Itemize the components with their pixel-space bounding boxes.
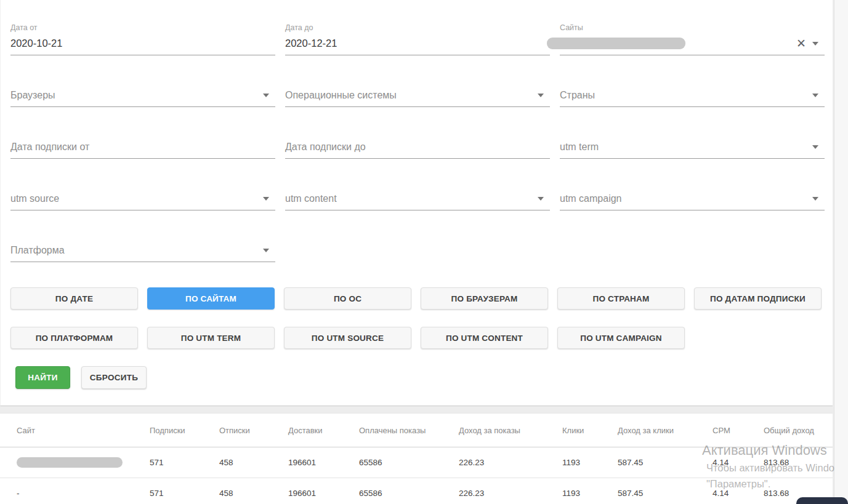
clicks-cell: 1193 [562, 489, 618, 498]
tab-by-date[interactable]: ПО ДАТЕ [10, 287, 138, 310]
deliveries-cell: 196601 [288, 458, 359, 467]
sites-label: Сайты [560, 23, 825, 32]
utm-campaign-placeholder: utm campaign [560, 193, 622, 204]
tab-by-sites[interactable]: ПО САЙТАМ [147, 287, 275, 310]
col-cpm: CPM [713, 426, 764, 435]
table-row[interactable]: 571 458 196601 65586 226.23 1193 587.45 … [0, 447, 833, 478]
os-placeholder: Операционные системы [285, 89, 397, 101]
date-to-value[interactable]: 2020-12-21 [285, 36, 550, 50]
results-table-card: Сайт Подписки Отписки Доставки Оплачены … [0, 413, 833, 504]
subscriptions-cell: 571 [150, 489, 219, 498]
chevron-down-icon[interactable] [812, 94, 818, 97]
page: Дата от 2020-10-21 Дата до 2020-12-21 Са… [0, 0, 848, 504]
table-header-row: Сайт Подписки Отписки Доставки Оплачены … [0, 414, 833, 447]
sites-value-redacted [547, 38, 685, 49]
chevron-down-icon[interactable] [538, 94, 544, 97]
tab-by-subscription-dates[interactable]: ПО ДАТАМ ПОДПИСКИ [694, 287, 822, 310]
chevron-down-icon[interactable] [538, 197, 544, 201]
date-from-field[interactable]: Дата от 2020-10-21 [10, 23, 275, 55]
cpm-cell: 4.14 [713, 489, 764, 498]
click-income-cell: 587.45 [618, 458, 713, 467]
sub-date-from-placeholder: Дата подписки от [10, 141, 89, 153]
col-click-income: Доход за клики [618, 426, 713, 435]
tab-by-os[interactable]: ПО ОС [284, 287, 411, 310]
site-name-redacted [17, 457, 123, 468]
search-button[interactable]: НАЙТИ [15, 366, 70, 389]
col-subscriptions: Подписки [150, 426, 219, 435]
date-from-label: Дата от [10, 23, 275, 32]
tab-by-utm-term[interactable]: ПО UTM TERM [147, 327, 275, 349]
total-income-cell: 813.68 [764, 458, 833, 467]
utm-source-placeholder: utm source [10, 193, 59, 204]
chevron-down-icon[interactable] [812, 42, 818, 46]
subscriptions-cell: 571 [150, 458, 219, 467]
report-tabs-row-2: ПО ПЛАТФОРМАМ ПО UTM TERM ПО UTM SOURCE … [10, 327, 825, 349]
page-right-gutter [834, 0, 848, 504]
tab-by-utm-source[interactable]: ПО UTM SOURCE [284, 327, 411, 349]
site-cell [17, 457, 150, 468]
col-impression-income: Доход за показы [459, 426, 562, 435]
date-to-field[interactable]: Дата до 2020-12-21 [285, 23, 550, 55]
utm-content-placeholder: utm content [285, 193, 337, 204]
click-income-cell: 587.45 [618, 489, 713, 498]
date-from-value[interactable]: 2020-10-21 [10, 36, 275, 50]
total-income-cell: 813.68 [764, 489, 833, 498]
sub-date-to-input[interactable]: Дата подписки до [285, 134, 550, 159]
paid-impressions-cell: 65586 [359, 458, 459, 467]
utm-term-select[interactable]: utm term [560, 134, 825, 159]
col-site: Сайт [17, 426, 150, 435]
unsubscriptions-cell: 458 [219, 458, 288, 467]
col-deliveries: Доставки [288, 426, 359, 435]
deliveries-cell: 196601 [288, 489, 359, 498]
chevron-down-icon[interactable] [812, 197, 818, 201]
impression-income-cell: 226.23 [459, 458, 562, 467]
chevron-down-icon[interactable] [263, 249, 269, 252]
col-total-income: Общий доход [764, 426, 833, 435]
col-unsubscriptions: Отписки [219, 426, 288, 435]
filter-actions: НАЙТИ СБРОСИТЬ [15, 366, 147, 389]
chevron-down-icon[interactable] [263, 197, 269, 201]
paid-impressions-cell: 65586 [359, 489, 459, 498]
col-clicks: Клики [562, 426, 618, 435]
impression-income-cell: 226.23 [459, 489, 562, 498]
sites-field[interactable]: Сайты ✕ [560, 23, 825, 55]
utm-content-select[interactable]: utm content [285, 186, 550, 210]
sub-date-to-placeholder: Дата подписки до [285, 141, 366, 153]
utm-campaign-select[interactable]: utm campaign [560, 186, 825, 210]
filter-panel: Дата от 2020-10-21 Дата до 2020-12-21 Са… [0, 0, 833, 406]
countries-select[interactable]: Страны [560, 82, 825, 107]
browsers-select[interactable]: Браузеры [10, 82, 275, 107]
table-row[interactable]: - 571 458 196601 65586 226.23 1193 587.4… [0, 478, 833, 504]
platform-select[interactable]: Платформа [10, 238, 275, 262]
chevron-down-icon[interactable] [263, 94, 269, 97]
os-select[interactable]: Операционные системы [285, 82, 550, 107]
date-to-label: Дата до [285, 23, 550, 32]
site-cell: - [17, 489, 150, 498]
countries-placeholder: Страны [560, 89, 595, 101]
col-paid-impressions: Оплачены показы [359, 426, 459, 435]
sub-date-from-input[interactable]: Дата подписки от [10, 134, 275, 159]
tab-by-utm-content[interactable]: ПО UTM CONTENT [421, 327, 548, 349]
clicks-cell: 1193 [562, 458, 618, 467]
browsers-placeholder: Браузеры [10, 89, 55, 101]
results-table: Сайт Подписки Отписки Доставки Оплачены … [0, 414, 833, 504]
platform-placeholder: Платформа [10, 244, 65, 256]
tab-by-utm-campaign[interactable]: ПО UTM CAMPAIGN [557, 327, 685, 349]
reset-button[interactable]: СБРОСИТЬ [81, 366, 147, 389]
clear-icon[interactable]: ✕ [796, 38, 806, 50]
utm-term-placeholder: utm term [560, 141, 599, 153]
utm-source-select[interactable]: utm source [10, 186, 275, 210]
unsubscriptions-cell: 458 [219, 489, 288, 498]
tab-by-browsers[interactable]: ПО БРАУЗЕРАМ [421, 287, 548, 310]
cpm-cell: 4.14 [713, 458, 764, 467]
chevron-down-icon[interactable] [812, 145, 818, 149]
corner-popup-edge[interactable] [796, 497, 848, 504]
report-tabs-row-1: ПО ДАТЕ ПО САЙТАМ ПО ОС ПО БРАУЗЕРАМ ПО … [10, 287, 825, 310]
tab-by-platforms[interactable]: ПО ПЛАТФОРМАМ [10, 327, 138, 349]
tab-by-countries[interactable]: ПО СТРАНАМ [557, 287, 685, 310]
